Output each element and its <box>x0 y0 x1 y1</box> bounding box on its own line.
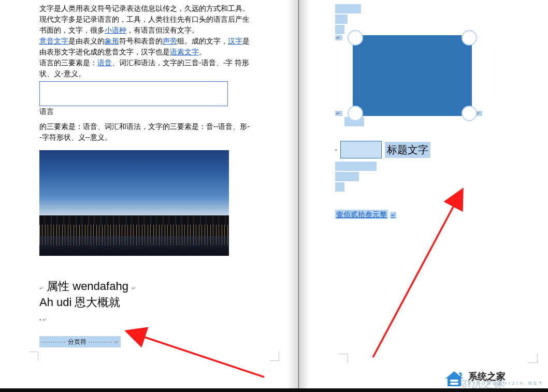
watermark: 系统之家 XITONGZHIJIA.NET <box>443 369 544 388</box>
selection-mark <box>335 25 344 34</box>
inserted-photo-skyline[interactable] <box>39 150 229 256</box>
selection-edge: ↵ <box>475 35 482 116</box>
para-mark: ↵ <box>114 339 119 345</box>
selection-mark <box>335 172 359 181</box>
shape-corner <box>348 30 363 46</box>
heading-line-2: Ah udi 恩大概就 <box>39 295 252 311</box>
page-crop-mark <box>29 352 38 361</box>
link-yusuwenzi[interactable]: 语素文字 <box>170 48 199 56</box>
amount-link[interactable]: 壹佰贰拾叁元整 <box>335 210 388 219</box>
text: 符号和表音的 <box>119 37 163 45</box>
caption-thumbnail-box[interactable] <box>340 141 382 158</box>
shape-corner <box>462 30 477 46</box>
para-mark: ↵ <box>132 285 136 291</box>
watermark-text: 系统之家 XITONGZHIJIA.NET <box>468 372 544 386</box>
dots: ··········· <box>41 338 66 345</box>
watermark-en: XITONGZHIJIA.NET <box>468 381 544 386</box>
left-document-page: 文字是人类用表义符号记录表达信息以传之，久远的方式和工具。现代文字多是记录语言的… <box>0 0 298 392</box>
para-mark: ↵ <box>39 285 44 291</box>
text-after-box: 语言 <box>39 106 54 117</box>
empty-textbox[interactable] <box>39 81 228 106</box>
text: 是由表义的 <box>68 37 105 45</box>
caption-text[interactable]: 标题文字 <box>385 142 430 158</box>
photo-skyline-layer <box>39 215 229 236</box>
link-shengpang[interactable]: 声旁 <box>163 37 177 45</box>
link-yuyin[interactable]: 语音 <box>97 59 112 67</box>
dots: ··········· <box>88 338 113 345</box>
left-document-body: 文字是人类用表义符号记录表达信息以传之，久远的方式和工具。现代文字多是记录语言的… <box>39 3 252 347</box>
gutter-shadow <box>287 0 298 392</box>
selection-mark <box>335 4 361 13</box>
para-mark: ↵ <box>390 212 396 219</box>
svg-rect-2 <box>450 380 458 382</box>
right-document-body: ↵ ↵ ↵ • 标题文字 壹佰贰拾叁元整 ↵ <box>335 3 516 220</box>
gutter-shadow <box>298 0 310 392</box>
paragraph: 意音文字是由表义的象形符号和表音的声旁组。成的文字，汉字是由表形文字进化成的意音… <box>39 36 252 57</box>
rounded-plaque-shape[interactable] <box>353 35 472 116</box>
bottom-border <box>0 388 548 392</box>
page-crop-mark <box>528 354 538 363</box>
page-crop-mark <box>270 352 279 361</box>
right-document-page: ↵ ↵ ↵ • 标题文字 壹佰贰拾叁元整 ↵ <box>298 0 548 392</box>
selection-block <box>335 162 516 192</box>
selection-mark: ↵ <box>335 35 342 40</box>
paragraph: 文字是人类用表义符号记录表达信息以传之，久远的方式和工具。现代文字多是记录语言的… <box>39 3 252 36</box>
heading-line-1: 属性 wendafahg <box>47 280 128 293</box>
text: 组。成的文字， <box>177 37 228 45</box>
selection-mark <box>335 182 344 192</box>
link-hanzi[interactable]: 汉字 <box>228 37 242 45</box>
link-xiangxing[interactable]: 象形 <box>105 37 119 45</box>
watermark-cn: 系统之家 <box>468 372 544 381</box>
selection-edge: ↵ ↵ <box>335 35 342 116</box>
link-yiyinwenzi[interactable]: 意音文字 <box>39 37 68 45</box>
shape-row: ↵ ↵ ↵ <box>335 35 516 116</box>
photo-water-layer <box>39 236 229 256</box>
page-crop-mark <box>339 354 348 363</box>
page-break-marker[interactable]: ··········· 分页符 ··········· ↵ <box>39 336 121 347</box>
selection-mark: ↵ <box>335 111 342 116</box>
svg-rect-3 <box>450 383 458 385</box>
selection-mark <box>335 162 377 171</box>
shape-corner <box>348 106 363 121</box>
link-small-language[interactable]: 小语种 <box>105 26 126 34</box>
page-break-label: 分页符 <box>68 338 86 345</box>
heading-block: ↵ 属性 wendafahg ↵ Ah udi 恩大概就 <box>39 279 252 311</box>
paragraph: 的三要素是：语音、词汇和语法，文字的三要素是：音--语音、形--字符形状、义--… <box>39 121 252 143</box>
text: 。 <box>199 48 206 56</box>
selection-mark <box>335 14 348 24</box>
text: ，有语言但没有文字。 <box>126 26 199 34</box>
house-icon <box>443 369 465 388</box>
text: 语言的三要素是： <box>39 59 97 67</box>
bullet-mark: • <box>335 147 337 153</box>
para-mark: • ↵ <box>39 317 47 323</box>
amount-line: 壹佰贰拾叁元整 ↵ <box>335 210 516 220</box>
shape-corner <box>462 106 477 121</box>
caption-row: • 标题文字 <box>335 141 516 158</box>
paragraph: 语言的三要素是：语音、词汇和语法，文字的三音-语音、-字 符形状、义-意义。 <box>39 57 252 79</box>
